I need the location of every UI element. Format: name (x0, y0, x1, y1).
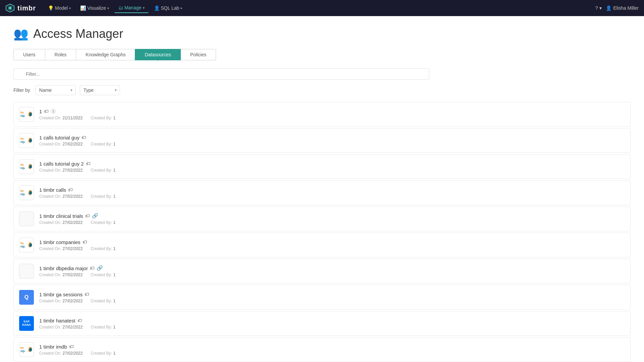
datasource-item[interactable]: My SQL 1 calls tutorial guy 2 🏷 Created … (13, 154, 631, 179)
ds-meta: Created On: 27/02/2022 Created By: 1 (39, 299, 625, 303)
tabs: Users Roles Knowledge Graphs Datasources… (13, 49, 631, 60)
created-on-value: 21/11/2022 (62, 116, 83, 120)
tag-icon: 🏷 (86, 161, 91, 166)
ds-info: 1 timbr calls 🏷 Created On: 27/02/2022 C… (39, 187, 625, 199)
svg-text:My: My (20, 111, 24, 114)
info-icon: i (51, 109, 56, 114)
created-on-label: Created On: (39, 325, 61, 329)
datasource-item[interactable]: My SQL 1 timbr calls 🏷 Created On: 27/02… (13, 180, 631, 205)
created-by-label: Created By: (91, 220, 112, 225)
created-by-label: Created By: (91, 273, 112, 277)
topnav-right: ? ▾ 👤 Elisha Miller (595, 5, 639, 11)
help-chevron: ▾ (599, 5, 602, 11)
datasource-item[interactable]: 1 timbr clinical trials 🏷🔗 Created On: 2… (13, 206, 631, 231)
ds-name: 1 calls tutorial guy 🏷 (39, 135, 625, 140)
datasource-item[interactable]: My SQL 1 timbr imdb 🏷 Created On: 27/02/… (13, 337, 631, 362)
created-by-label: Created By: (91, 325, 112, 329)
ds-info: 1 timbr hanatest 🏷 Created On: 27/02/202… (39, 318, 625, 329)
tag-icon: 🏷 (77, 318, 82, 323)
filter-by-label: Filter by (13, 87, 30, 93)
filter-row: Filter by Name Type (13, 85, 631, 95)
created-by-label: Created By: (91, 246, 112, 251)
created-on-label: Created On: (39, 273, 61, 277)
shared-icon: 🔗 (97, 265, 103, 271)
tag-icon: 🏷 (69, 344, 74, 349)
nav-manage[interactable]: 🗂 Manage ▾ (114, 3, 149, 13)
nav-visualize[interactable]: 📊 Visualize ▾ (76, 3, 113, 13)
tab-roles[interactable]: Roles (45, 49, 76, 60)
model-chevron: ▾ (69, 6, 71, 10)
svg-text:SQL: SQL (20, 115, 25, 117)
svg-line-6 (8, 9, 9, 9)
created-by-value: 1 (113, 142, 116, 146)
page-header: 👥 Access Manager (13, 27, 631, 41)
created-by-value: 1 (113, 351, 116, 356)
app-name: timbr (17, 4, 36, 12)
created-on-value: 27/02/2022 (62, 246, 83, 251)
created-on-value: 27/02/2022 (62, 351, 83, 356)
nav-sqllab[interactable]: 👤 SQL Lab ▾ (150, 3, 186, 13)
svg-point-1 (9, 7, 11, 9)
ds-name: 1 timbr dbpedia major 🏷🔗 (39, 265, 625, 271)
svg-text:My: My (20, 164, 24, 166)
user-menu-button[interactable]: 👤 Elisha Miller (606, 5, 639, 11)
ds-info: 1 timbr clinical trials 🏷🔗 Created On: 2… (39, 213, 625, 225)
created-by-value: 1 (113, 116, 116, 120)
datasource-item[interactable]: My SQL 1 🏷i Created On: 21/11/2022 Creat… (13, 102, 631, 127)
svg-text:My: My (20, 190, 24, 192)
user-person-icon: 👤 (606, 5, 611, 11)
created-on-value: 27/02/2022 (62, 273, 83, 277)
created-on-value: 27/02/2022 (62, 325, 83, 329)
model-icon: 💡 (48, 5, 54, 11)
name-filter[interactable]: Name (36, 85, 76, 95)
nav-model[interactable]: 💡 Model ▾ (44, 3, 75, 13)
datasource-item[interactable]: My SQL 1 timbr companies 🏷 Created On: 2… (13, 233, 631, 257)
svg-text:SQL: SQL (20, 245, 25, 248)
tag-icon: 🏷 (85, 292, 89, 297)
logo[interactable]: timbr (5, 3, 36, 13)
created-on-value: 27/02/2022 (62, 142, 83, 146)
tab-policies[interactable]: Policies (180, 49, 216, 60)
nav-items: 💡 Model ▾ 📊 Visualize ▾ 🗂 Manage ▾ 👤 SQL… (44, 3, 186, 13)
shared-icon: 🔗 (92, 213, 98, 219)
ds-info: 1 timbr companies 🏷 Created On: 27/02/20… (39, 239, 625, 251)
created-on-label: Created On: (39, 116, 61, 120)
datasource-item[interactable]: 1 timbr dbpedia major 🏷🔗 Created On: 27/… (13, 259, 631, 284)
created-by-value: 1 (113, 325, 116, 329)
created-by-label: Created By: (91, 194, 112, 199)
tab-users[interactable]: Users (13, 49, 45, 60)
datasource-item[interactable]: Q 1 timbr ga sessions 🏷 Created On: 27/0… (13, 285, 631, 310)
tag-icon: 🏷 (90, 265, 95, 271)
created-on-value: 27/02/2022 (62, 299, 83, 303)
tag-icon: 🏷 (82, 135, 86, 140)
ds-meta: Created On: 27/02/2022 Created By: 1 (39, 273, 625, 277)
help-button[interactable]: ? ▾ (595, 5, 602, 11)
sqllab-icon: 👤 (154, 5, 160, 11)
type-filter-wrapper: Type (80, 85, 120, 95)
manage-chevron: ▾ (143, 6, 145, 10)
topnav-left: timbr 💡 Model ▾ 📊 Visualize ▾ 🗂 Manage ▾… (5, 3, 186, 13)
created-by-label: Created By: (91, 116, 112, 120)
ds-name: 1 timbr companies 🏷 (39, 239, 625, 245)
created-by-value: 1 (113, 299, 116, 303)
created-by-label: Created By: (91, 299, 112, 303)
ds-name: 1 timbr hanatest 🏷 (39, 318, 625, 323)
search-input[interactable] (13, 68, 429, 80)
created-on-label: Created On: (39, 194, 61, 199)
svg-text:SQL: SQL (20, 193, 25, 196)
ds-info: 1 🏷i Created On: 21/11/2022 Created By: … (39, 109, 625, 120)
ds-meta: Created On: 27/02/2022 Created By: 1 (39, 325, 625, 329)
created-on-label: Created On: (39, 220, 61, 225)
datasource-item[interactable]: SAPHANA 1 timbr hanatest 🏷 Created On: 2… (13, 311, 631, 336)
tag-icon: 🏷 (83, 239, 87, 245)
ds-name: 1 🏷i (39, 109, 625, 114)
created-by-value: 1 (113, 194, 116, 199)
svg-text:SQL: SQL (20, 350, 25, 353)
svg-text:My: My (20, 347, 24, 349)
created-on-label: Created On: (39, 168, 61, 173)
datasource-item[interactable]: My SQL 1 calls tutorial guy 🏷 Created On… (13, 128, 631, 153)
tab-knowledge-graphs[interactable]: Knowledge Graphs (76, 49, 135, 60)
tab-datasources[interactable]: Datasources (135, 49, 181, 60)
sqllab-chevron: ▾ (180, 6, 182, 10)
type-filter[interactable]: Type (80, 85, 120, 95)
